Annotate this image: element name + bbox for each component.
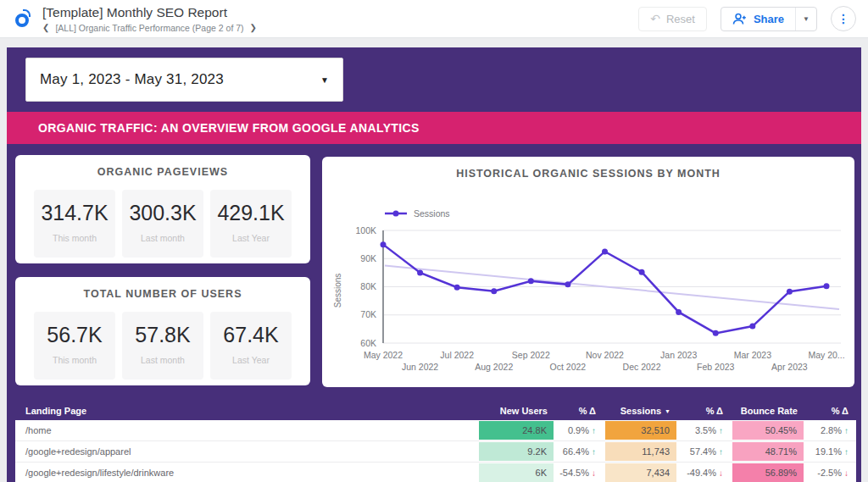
data-point [824, 283, 830, 289]
new_users-cell: 9.2K [477, 441, 555, 462]
data-point [676, 309, 682, 315]
x-tick-label: Jun 2022 [402, 362, 438, 372]
share-dropdown-caret[interactable]: ▼ [795, 8, 816, 30]
breadcrumb: ❮ [ALL] Organic Traffic Performance (Pag… [42, 23, 257, 33]
sort-caret-icon: ▼ [665, 408, 670, 414]
looker-studio-logo-icon [15, 14, 29, 27]
score-value: 67.4K [210, 323, 292, 347]
arrow-up-icon: ↑ [592, 447, 596, 457]
y-tick-label: 80K [360, 281, 376, 291]
share-button[interactable]: Share [721, 8, 795, 30]
table-row[interactable]: /google+redesign/apparel9.2K66.4%↑11,743… [15, 441, 856, 463]
table-header-row: Landing PageNew Users% ΔSessions▼% ΔBoun… [15, 402, 856, 420]
x-tick-label: Oct 2022 [550, 362, 587, 372]
score-label: Last month [122, 355, 203, 365]
arrow-up-icon: ↑ [844, 447, 849, 457]
arrow-up-icon: ↑ [592, 426, 596, 435]
score-row: 56.7K This month 57.8K Last month 67.4K … [15, 312, 310, 380]
date-range-selector[interactable]: May 1, 2023 - May 31, 2023 ▼ [25, 58, 343, 102]
section-banner: ORGANIC TRAFFIC: AN OVERVIEW FROM GOOGLE… [7, 112, 861, 144]
data-point [417, 269, 423, 275]
top-bar: [Template] Monthly SEO Report ❮ [ALL] Or… [0, 0, 868, 38]
column-header[interactable]: New Users [477, 406, 555, 416]
undo-icon: ↶ [650, 14, 660, 23]
report-title-block: [Template] Monthly SEO Report ❮ [ALL] Or… [42, 5, 257, 33]
page-title: [Template] Monthly SEO Report [42, 5, 257, 20]
x-tick-label: Aug 2022 [475, 362, 513, 372]
score-value: 57.8K [122, 323, 203, 347]
data-point [713, 330, 719, 336]
column-header[interactable]: Bounce Rate [731, 406, 805, 416]
column-header[interactable]: % Δ [555, 406, 604, 416]
score-label: Last Year [210, 355, 292, 365]
table-row[interactable]: /google+redesign/lifestyle/drinkware6K-5… [15, 463, 856, 482]
dashboard-canvas: May 1, 2023 - May 31, 2023 ▼ ORGANIC TRA… [7, 47, 861, 482]
organic-pageviews-card: ORGANIC PAGEVIEWS 314.7K This month 300.… [15, 155, 310, 263]
score-value: 56.7K [34, 323, 115, 347]
sessions-line-chart[interactable]: 60K70K80K90K100KSessionsMay 2022Jun 2022… [329, 224, 848, 380]
scorecard-this-month: 56.7K This month [34, 312, 115, 380]
scorecard-this-month: 314.7K This month [34, 190, 115, 258]
data-point [787, 289, 793, 295]
bounce_rate-cell: 48.71% [731, 441, 805, 462]
sessions-cell: 32,510 [604, 420, 678, 440]
arrow-down-icon: ↓ [844, 468, 849, 478]
scorecard-last-year: 429.1K Last Year [210, 190, 292, 258]
new_users_delta-cell: -54.5%↓ [555, 463, 604, 482]
bounce_rate-cell: 50.45% [731, 420, 805, 440]
legend-line-icon [385, 210, 407, 217]
new_users-cell: 24.8K [477, 420, 555, 440]
sessions-cell: 11,743 [604, 441, 678, 462]
caret-down-icon: ▼ [803, 15, 810, 23]
score-label: Last month [122, 233, 203, 243]
sessions_delta-cell: -49.4%↓ [678, 463, 731, 482]
x-tick-label: Nov 2022 [586, 350, 624, 360]
x-tick-label: Feb 2023 [697, 362, 735, 372]
column-header[interactable]: Sessions▼ [604, 406, 678, 416]
new_users-cell: 6K [477, 463, 555, 482]
bounce_delta-cell: 19.1%↑ [805, 441, 856, 462]
share-button-group: Share ▼ [721, 7, 817, 31]
person-add-icon [732, 13, 747, 25]
arrow-down-icon: ↓ [719, 468, 723, 478]
column-header[interactable]: Landing Page [15, 406, 477, 416]
prev-page-icon[interactable]: ❮ [42, 23, 49, 32]
chart-legend[interactable]: Sessions [385, 208, 450, 219]
top-actions: ↶ Reset Share ▼ ⋮ [638, 6, 856, 31]
card-title: ORGANIC PAGEVIEWS [15, 155, 310, 178]
arrow-up-icon: ↑ [719, 447, 723, 457]
column-header[interactable]: % Δ [678, 406, 731, 416]
chart-title: HISTORICAL ORGANIC SESSIONS BY MONTH [322, 157, 854, 180]
kebab-menu-icon: ⋮ [837, 12, 849, 25]
breadcrumb-label: [ALL] Organic Traffic Performance (Page … [55, 23, 243, 33]
y-tick-label: 90K [360, 253, 376, 263]
total-users-card: TOTAL NUMBER OF USERS 56.7K This month 5… [15, 277, 310, 385]
data-point [454, 285, 460, 291]
data-point [565, 281, 570, 287]
bounce_rate-cell: 56.89% [731, 463, 805, 482]
score-row: 314.7K This month 300.3K Last month 429.… [15, 190, 310, 258]
sessions-chart-card: HISTORICAL ORGANIC SESSIONS BY MONTH Ses… [322, 157, 854, 387]
share-button-label: Share [754, 13, 784, 25]
card-title: TOTAL NUMBER OF USERS [15, 277, 310, 300]
y-tick-label: 70K [360, 309, 376, 319]
y-tick-label: 60K [360, 338, 376, 348]
trend-line [385, 266, 839, 310]
sessions_delta-cell: 3.5%↑ [678, 420, 731, 440]
x-tick-label: May 2022 [364, 350, 403, 360]
score-value: 300.3K [122, 201, 203, 225]
sessions_delta-cell: 57.4%↑ [678, 441, 731, 462]
data-point [528, 278, 534, 284]
more-options-button[interactable]: ⋮ [831, 6, 856, 31]
date-range-value: May 1, 2023 - May 31, 2023 [40, 71, 224, 88]
reset-button[interactable]: ↶ Reset [638, 7, 707, 31]
legend-label: Sessions [414, 208, 450, 219]
data-point [639, 269, 645, 275]
section-banner-title: ORGANIC TRAFFIC: AN OVERVIEW FROM GOOGLE… [38, 121, 420, 135]
column-header[interactable]: % Δ [805, 406, 856, 416]
next-page-icon[interactable]: ❯ [250, 23, 257, 32]
scorecard-last-month: 57.8K Last month [122, 312, 203, 380]
table-row[interactable]: /home24.8K0.9%↑32,5103.5%↑50.45%2.8%↑ [15, 420, 856, 441]
x-tick-label: Jan 2023 [660, 350, 697, 360]
x-tick-label: May 20... [808, 350, 844, 360]
